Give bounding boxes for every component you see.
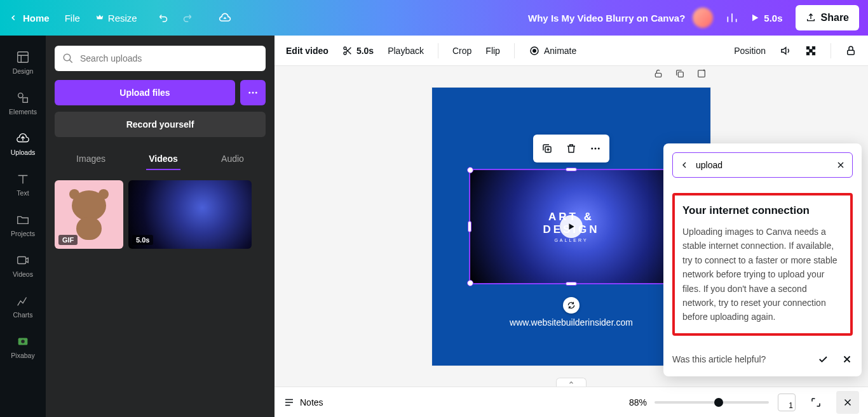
rail-projects[interactable]: Projects: [0, 204, 46, 245]
edit-video-button[interactable]: Edit video: [286, 46, 329, 56]
help-footer-text: Was this article helpful?: [672, 354, 766, 364]
help-button[interactable]: [836, 391, 859, 414]
template-icon: [16, 50, 30, 64]
upload-more-button[interactable]: [240, 80, 266, 105]
svg-point-25: [595, 147, 597, 149]
search-input[interactable]: [80, 53, 258, 63]
page-count-button[interactable]: 1: [778, 394, 796, 411]
rail-videos[interactable]: Videos: [0, 245, 46, 286]
resize-edge[interactable]: [468, 221, 471, 232]
page-add-button[interactable]: [693, 66, 710, 83]
search-uploads[interactable]: [55, 46, 266, 71]
close-icon[interactable]: [836, 160, 846, 170]
close-icon: [842, 397, 853, 408]
home-label: Home: [23, 13, 50, 23]
rail-elements[interactable]: Elements: [0, 83, 46, 123]
svg-rect-22: [698, 70, 705, 77]
delete-element-button[interactable]: [560, 137, 583, 160]
play-preview-button[interactable]: 5.0s: [743, 13, 789, 23]
rotate-icon: [567, 301, 576, 310]
redo-button[interactable]: [175, 6, 198, 29]
help-text: Uploading images to Canva needs a stable…: [682, 225, 843, 324]
tab-images[interactable]: Images: [74, 149, 108, 170]
uploads-panel: Upload files Record yourself Images Vide…: [46, 36, 275, 417]
notes-button[interactable]: Notes: [283, 397, 323, 408]
document-title[interactable]: Why Is My Video Blurry on Canva?: [528, 13, 685, 23]
resize-menu[interactable]: Resize: [95, 13, 137, 23]
undo-button[interactable]: [153, 6, 175, 29]
more-horizontal-icon: [590, 143, 601, 154]
help-search[interactable]: [672, 152, 853, 178]
helpful-no-button[interactable]: [841, 354, 853, 365]
animate-button[interactable]: Animate: [529, 45, 576, 56]
resize-edge[interactable]: [566, 282, 577, 286]
pixabay-icon: [16, 334, 30, 348]
cloud-sync-button[interactable]: [214, 6, 236, 29]
rail-text[interactable]: Text: [0, 164, 46, 204]
upload-thumb-gif[interactable]: GIF: [55, 180, 123, 249]
text-icon: [16, 172, 30, 186]
svg-rect-18: [812, 52, 815, 55]
cloud-icon: [219, 11, 231, 24]
resize-edge[interactable]: [566, 168, 577, 171]
crop-button[interactable]: Crop: [452, 46, 471, 56]
svg-point-6: [64, 54, 71, 61]
analytics-button[interactable]: [721, 6, 743, 29]
upload-thumb-video[interactable]: 5.0s: [128, 180, 252, 249]
lock-button[interactable]: [845, 45, 857, 56]
user-avatar[interactable]: [693, 8, 713, 28]
undo-icon: [158, 12, 170, 23]
svg-point-10: [344, 47, 346, 50]
rail-label: Uploads: [11, 149, 36, 156]
playback-button[interactable]: Playback: [388, 46, 424, 56]
rotate-handle[interactable]: [563, 297, 580, 314]
more-element-button[interactable]: [584, 137, 607, 160]
svg-point-7: [248, 92, 250, 94]
svg-rect-19: [848, 50, 855, 55]
zoom-knob[interactable]: [714, 398, 723, 407]
duplicate-icon: [675, 69, 685, 79]
video-play-button[interactable]: [560, 215, 583, 238]
page-duplicate-button[interactable]: [671, 66, 689, 83]
flip-button[interactable]: Flip: [485, 46, 500, 56]
share-button[interactable]: Share: [796, 5, 859, 30]
duration-button[interactable]: 5.0s: [342, 46, 374, 56]
upload-files-button[interactable]: Upload files: [55, 80, 235, 105]
duration-badge: 5.0s: [132, 235, 153, 245]
page-list-peek[interactable]: [556, 378, 587, 387]
rail-label: Videos: [13, 270, 33, 278]
page-lock-button[interactable]: [649, 66, 667, 83]
resize-handle[interactable]: [467, 280, 473, 286]
duration-label: 5.0s: [764, 13, 782, 23]
help-search-input[interactable]: [696, 160, 829, 170]
svg-rect-2: [23, 98, 27, 102]
rail-label: Text: [17, 189, 29, 197]
notes-icon: [283, 397, 295, 408]
home-button[interactable]: Home: [9, 13, 50, 23]
chevron-left-icon: [9, 13, 18, 22]
tab-audio[interactable]: Audio: [219, 149, 247, 170]
help-heading: Your internet connection: [682, 204, 843, 217]
rail-pixabay[interactable]: Pixabay: [0, 326, 46, 367]
svg-point-24: [591, 147, 593, 149]
duplicate-element-button[interactable]: [536, 137, 559, 160]
svg-point-9: [255, 92, 257, 94]
file-menu[interactable]: File: [65, 13, 80, 23]
transparency-button[interactable]: [805, 45, 817, 56]
volume-button[interactable]: [780, 45, 791, 56]
chevron-up-icon: [568, 380, 574, 386]
resize-handle[interactable]: [467, 167, 473, 173]
uploads-tabs: Images Videos Audio: [55, 149, 266, 170]
record-yourself-button[interactable]: Record yourself: [55, 112, 266, 137]
selected-video-element[interactable]: ART & DESIGN GALLERY: [470, 170, 672, 283]
fullscreen-button[interactable]: [804, 391, 827, 414]
rail-charts[interactable]: Charts: [0, 286, 46, 326]
tab-videos[interactable]: Videos: [146, 149, 180, 170]
rail-uploads[interactable]: Uploads: [0, 123, 46, 164]
play-icon: [750, 13, 760, 23]
helpful-yes-button[interactable]: [817, 354, 829, 365]
svg-rect-3: [18, 257, 26, 264]
zoom-slider[interactable]: [654, 401, 769, 404]
position-button[interactable]: Position: [734, 46, 766, 56]
rail-design[interactable]: Design: [0, 42, 46, 83]
